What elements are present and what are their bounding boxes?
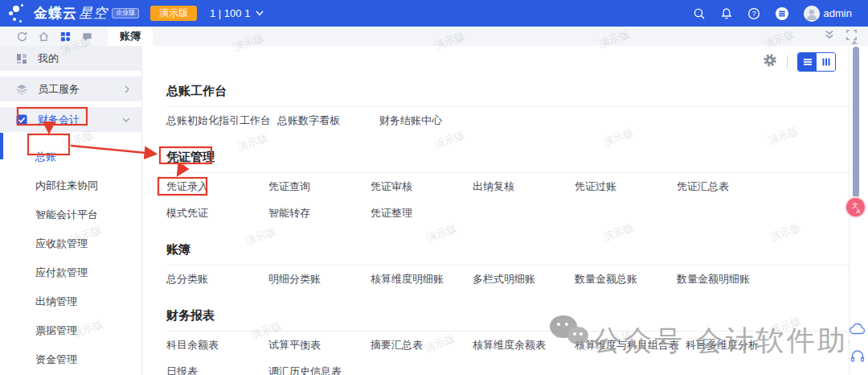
apps-grid-icon[interactable]: [59, 31, 72, 43]
section-title: 总账工作台: [166, 83, 860, 99]
product-name-bold: 金蝶云: [34, 4, 77, 23]
menu-link[interactable]: 日报表: [166, 365, 268, 375]
username-label[interactable]: admin: [824, 7, 852, 19]
cloud-float-button[interactable]: [850, 322, 866, 338]
sidebar-item[interactable]: 资金管理: [0, 345, 141, 374]
home-icon[interactable]: [38, 31, 50, 43]
active-item-indicator: [0, 133, 3, 159]
sidebar-group-financial-accounting[interactable]: 财务会计: [0, 107, 141, 132]
chevron-right-icon: [124, 85, 130, 93]
sidebar-submenu: 总账内部往来协同智能会计平台应收款管理应付款管理出纳管理票据管理资金管理: [0, 138, 141, 374]
menu-link[interactable]: 总账初始化指引工作台: [166, 113, 277, 128]
menu-link[interactable]: 明细分类账: [268, 272, 371, 286]
gear-icon[interactable]: [763, 53, 777, 71]
link-row: 凭证录入凭证查询凭证审核出纳复核凭证过账凭证汇总表: [166, 173, 860, 200]
edition-badge: 企业版: [112, 8, 139, 19]
app-body: 我的 员工服务 财务会计 总账内部往来协同智能会计平台应收款管理应付款管理出纳管…: [0, 46, 868, 375]
divider: [787, 56, 788, 68]
menu-link[interactable]: 智能转存: [268, 206, 371, 220]
svg-text:?: ?: [751, 10, 755, 18]
link-row: 总分类账明细分类账核算维度明细账多栏式明细账数量金额总账数量金额明细账: [166, 266, 860, 292]
chevron-down-icon: [256, 10, 264, 16]
link-row: 日报表调汇历史信息表: [166, 358, 860, 375]
demo-version-badge[interactable]: 演示版: [150, 6, 197, 21]
menu-link[interactable]: 核算维度明细账: [371, 272, 473, 286]
sidebar-group-label: 员工服务: [38, 82, 80, 97]
menu-link[interactable]: 出纳复核: [473, 179, 575, 194]
content-section: 总账工作台总账初始化指引工作台总账数字看板财务结账中心: [166, 83, 860, 134]
content-controls: [763, 52, 836, 72]
menu-link[interactable]: 数量金额明细账: [677, 272, 779, 286]
collapse-chevrons-icon[interactable]: [824, 29, 835, 43]
app-header: 金蝶云 星空 企业版 演示版 1 | 100 1 ? admin: [0, 0, 868, 27]
menu-link[interactable]: 核算维度余额表: [473, 338, 575, 352]
sidebar-item[interactable]: 应收款管理: [0, 229, 141, 258]
svg-text:A: A: [856, 207, 860, 214]
layers-icon: [16, 84, 27, 95]
menu-link[interactable]: 核算维度与科目组合表: [575, 338, 686, 352]
sidebar-group-label: 财务会计: [38, 113, 80, 127]
sidebar-item[interactable]: 智能会计平台: [0, 200, 141, 229]
link-row: 模式凭证智能转存凭证整理: [166, 200, 860, 226]
menu-link[interactable]: 摘要汇总表: [371, 338, 473, 352]
sync-icon[interactable]: [16, 31, 28, 43]
sidebar: 我的 员工服务 财务会计 总账内部往来协同智能会计平台应收款管理应付款管理出纳管…: [0, 46, 142, 375]
kingdee-cloud-app: 金蝶云 星空 企业版 演示版 1 | 100 1 ? admin: [0, 0, 868, 375]
menu-link[interactable]: 凭证查询: [268, 179, 371, 194]
sidebar-group-mine[interactable]: 我的: [0, 46, 141, 71]
menu-link[interactable]: 多栏式明细账: [473, 272, 575, 286]
menu-link[interactable]: 凭证审核: [371, 179, 473, 194]
menu-link[interactable]: 调汇历史信息表: [268, 365, 371, 375]
link-row: 科目余额表试算平衡表摘要汇总表核算维度余额表核算维度与科目组合表科目多维度分析: [166, 332, 860, 358]
menu-link[interactable]: 凭证录入: [166, 179, 268, 194]
menu-link[interactable]: 试算平衡表: [268, 338, 371, 352]
sidebar-item[interactable]: 应付款管理: [0, 258, 141, 287]
scrollbar-up-arrow[interactable]: [851, 40, 858, 44]
sidebar-item[interactable]: 出纳管理: [0, 287, 141, 316]
user-avatar[interactable]: [804, 6, 820, 22]
section-title: 账簿: [166, 241, 860, 258]
menu-link[interactable]: 总分类账: [166, 272, 268, 286]
menu-pill-icon[interactable]: [775, 6, 789, 21]
content-section: 财务报表科目余额表试算平衡表摘要汇总表核算维度余额表核算维度与科目组合表科目多维…: [166, 307, 860, 375]
menu-link[interactable]: 财务结账中心: [379, 113, 481, 128]
column-view-icon[interactable]: [817, 53, 835, 71]
menu-link[interactable]: 凭证过账: [575, 179, 677, 194]
message-icon[interactable]: [81, 31, 93, 43]
notification-bell-icon[interactable]: [720, 7, 733, 20]
tab-bar: 账簿: [0, 27, 868, 47]
checkbox-checked-icon: [16, 114, 27, 126]
section-title: 财务报表: [166, 307, 860, 323]
menu-link[interactable]: 科目多维度分析: [686, 338, 788, 352]
chevron-down-icon: [122, 117, 130, 123]
sidebar-item[interactable]: 总账: [0, 142, 141, 171]
kingdee-logo-icon: [8, 3, 29, 24]
menu-link[interactable]: 数量金额总账: [575, 272, 677, 286]
scrollbar-thumb[interactable]: [853, 47, 859, 198]
sidebar-item[interactable]: 内部往来协同: [0, 171, 141, 200]
list-view-icon[interactable]: [798, 53, 817, 71]
org-selector-label: 1 | 100 1: [210, 7, 250, 19]
translate-float-button[interactable]: 文A: [846, 198, 865, 216]
section-title: 凭证管理: [166, 149, 860, 165]
menu-link[interactable]: 凭证汇总表: [677, 179, 779, 194]
main-content: 总账工作台总账初始化指引工作台总账数字看板财务结账中心凭证管理凭证录入凭证查询凭…: [142, 46, 868, 375]
content-section: 凭证管理凭证录入凭证查询凭证审核出纳复核凭证过账凭证汇总表模式凭证智能转存凭证整…: [166, 149, 860, 226]
view-toggle[interactable]: [797, 52, 836, 72]
sidebar-group-label: 我的: [38, 52, 59, 66]
sidebar-item[interactable]: 票据管理: [0, 316, 141, 345]
kingdee-logo: 金蝶云 星空 企业版: [8, 3, 139, 24]
search-icon[interactable]: [693, 7, 706, 20]
org-selector[interactable]: 1 | 100 1: [210, 7, 264, 19]
content-section: 账簿总分类账明细分类账核算维度明细账多栏式明细账数量金额总账数量金额明细账: [166, 241, 860, 292]
menu-link[interactable]: 模式凭证: [166, 206, 268, 220]
product-name-light: 星空: [79, 4, 108, 23]
sidebar-group-employee-services[interactable]: 员工服务: [0, 76, 141, 101]
help-icon[interactable]: ?: [747, 7, 760, 20]
tab-ledger[interactable]: 账簿: [108, 27, 153, 46]
menu-link[interactable]: 科目余额表: [166, 338, 268, 352]
headset-float-button[interactable]: [850, 349, 865, 366]
link-row: 总账初始化指引工作台总账数字看板财务结账中心: [166, 107, 860, 134]
menu-link[interactable]: 总账数字看板: [277, 113, 379, 128]
menu-link[interactable]: 凭证整理: [371, 206, 473, 220]
